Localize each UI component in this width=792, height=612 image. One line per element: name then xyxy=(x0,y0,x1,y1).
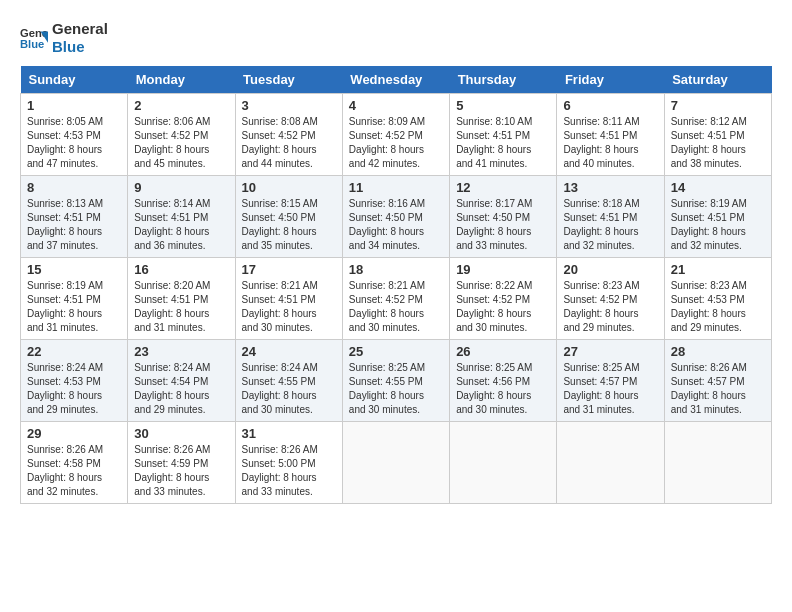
calendar-cell: 14Sunrise: 8:19 AMSunset: 4:51 PMDayligh… xyxy=(664,176,771,258)
calendar-cell: 19Sunrise: 8:22 AMSunset: 4:52 PMDayligh… xyxy=(450,258,557,340)
day-number: 28 xyxy=(671,344,765,359)
day-info: Sunrise: 8:19 AMSunset: 4:51 PMDaylight:… xyxy=(27,279,121,335)
header-wednesday: Wednesday xyxy=(342,66,449,94)
calendar-week-row: 15Sunrise: 8:19 AMSunset: 4:51 PMDayligh… xyxy=(21,258,772,340)
header-monday: Monday xyxy=(128,66,235,94)
calendar-week-row: 8Sunrise: 8:13 AMSunset: 4:51 PMDaylight… xyxy=(21,176,772,258)
day-number: 7 xyxy=(671,98,765,113)
day-info: Sunrise: 8:21 AMSunset: 4:52 PMDaylight:… xyxy=(349,279,443,335)
day-info: Sunrise: 8:20 AMSunset: 4:51 PMDaylight:… xyxy=(134,279,228,335)
header-sunday: Sunday xyxy=(21,66,128,94)
day-number: 12 xyxy=(456,180,550,195)
svg-text:Blue: Blue xyxy=(20,38,44,50)
day-number: 8 xyxy=(27,180,121,195)
day-number: 17 xyxy=(242,262,336,277)
day-number: 10 xyxy=(242,180,336,195)
day-number: 2 xyxy=(134,98,228,113)
calendar-cell: 22Sunrise: 8:24 AMSunset: 4:53 PMDayligh… xyxy=(21,340,128,422)
day-number: 1 xyxy=(27,98,121,113)
day-number: 20 xyxy=(563,262,657,277)
day-number: 5 xyxy=(456,98,550,113)
header-saturday: Saturday xyxy=(664,66,771,94)
day-number: 29 xyxy=(27,426,121,441)
calendar-cell: 6Sunrise: 8:11 AMSunset: 4:51 PMDaylight… xyxy=(557,94,664,176)
day-info: Sunrise: 8:26 AMSunset: 4:59 PMDaylight:… xyxy=(134,443,228,499)
calendar-cell: 20Sunrise: 8:23 AMSunset: 4:52 PMDayligh… xyxy=(557,258,664,340)
day-number: 3 xyxy=(242,98,336,113)
calendar-cell: 4Sunrise: 8:09 AMSunset: 4:52 PMDaylight… xyxy=(342,94,449,176)
page-header: General Blue General Blue xyxy=(20,20,772,56)
day-number: 14 xyxy=(671,180,765,195)
logo-icon: General Blue xyxy=(20,24,48,52)
calendar-week-row: 22Sunrise: 8:24 AMSunset: 4:53 PMDayligh… xyxy=(21,340,772,422)
day-info: Sunrise: 8:18 AMSunset: 4:51 PMDaylight:… xyxy=(563,197,657,253)
calendar-cell: 2Sunrise: 8:06 AMSunset: 4:52 PMDaylight… xyxy=(128,94,235,176)
day-info: Sunrise: 8:06 AMSunset: 4:52 PMDaylight:… xyxy=(134,115,228,171)
calendar-cell: 28Sunrise: 8:26 AMSunset: 4:57 PMDayligh… xyxy=(664,340,771,422)
day-info: Sunrise: 8:15 AMSunset: 4:50 PMDaylight:… xyxy=(242,197,336,253)
day-number: 27 xyxy=(563,344,657,359)
day-info: Sunrise: 8:19 AMSunset: 4:51 PMDaylight:… xyxy=(671,197,765,253)
day-info: Sunrise: 8:23 AMSunset: 4:52 PMDaylight:… xyxy=(563,279,657,335)
calendar-cell: 17Sunrise: 8:21 AMSunset: 4:51 PMDayligh… xyxy=(235,258,342,340)
day-number: 31 xyxy=(242,426,336,441)
day-info: Sunrise: 8:25 AMSunset: 4:56 PMDaylight:… xyxy=(456,361,550,417)
day-info: Sunrise: 8:21 AMSunset: 4:51 PMDaylight:… xyxy=(242,279,336,335)
logo: General Blue General Blue xyxy=(20,20,108,56)
calendar-cell xyxy=(664,422,771,504)
calendar-cell xyxy=(450,422,557,504)
calendar-cell: 3Sunrise: 8:08 AMSunset: 4:52 PMDaylight… xyxy=(235,94,342,176)
day-number: 22 xyxy=(27,344,121,359)
day-number: 16 xyxy=(134,262,228,277)
day-info: Sunrise: 8:12 AMSunset: 4:51 PMDaylight:… xyxy=(671,115,765,171)
calendar-cell xyxy=(342,422,449,504)
calendar-table: Sunday Monday Tuesday Wednesday Thursday… xyxy=(20,66,772,504)
calendar-cell: 21Sunrise: 8:23 AMSunset: 4:53 PMDayligh… xyxy=(664,258,771,340)
day-number: 6 xyxy=(563,98,657,113)
calendar-cell: 9Sunrise: 8:14 AMSunset: 4:51 PMDaylight… xyxy=(128,176,235,258)
header-tuesday: Tuesday xyxy=(235,66,342,94)
day-info: Sunrise: 8:25 AMSunset: 4:55 PMDaylight:… xyxy=(349,361,443,417)
day-info: Sunrise: 8:11 AMSunset: 4:51 PMDaylight:… xyxy=(563,115,657,171)
day-number: 11 xyxy=(349,180,443,195)
day-headers-row: Sunday Monday Tuesday Wednesday Thursday… xyxy=(21,66,772,94)
calendar-cell: 8Sunrise: 8:13 AMSunset: 4:51 PMDaylight… xyxy=(21,176,128,258)
calendar-cell: 29Sunrise: 8:26 AMSunset: 4:58 PMDayligh… xyxy=(21,422,128,504)
calendar-cell: 10Sunrise: 8:15 AMSunset: 4:50 PMDayligh… xyxy=(235,176,342,258)
day-info: Sunrise: 8:22 AMSunset: 4:52 PMDaylight:… xyxy=(456,279,550,335)
calendar-week-row: 29Sunrise: 8:26 AMSunset: 4:58 PMDayligh… xyxy=(21,422,772,504)
day-number: 24 xyxy=(242,344,336,359)
day-info: Sunrise: 8:23 AMSunset: 4:53 PMDaylight:… xyxy=(671,279,765,335)
day-number: 9 xyxy=(134,180,228,195)
calendar-cell: 25Sunrise: 8:25 AMSunset: 4:55 PMDayligh… xyxy=(342,340,449,422)
day-number: 23 xyxy=(134,344,228,359)
day-number: 18 xyxy=(349,262,443,277)
calendar-cell: 24Sunrise: 8:24 AMSunset: 4:55 PMDayligh… xyxy=(235,340,342,422)
calendar-cell: 23Sunrise: 8:24 AMSunset: 4:54 PMDayligh… xyxy=(128,340,235,422)
day-info: Sunrise: 8:13 AMSunset: 4:51 PMDaylight:… xyxy=(27,197,121,253)
day-info: Sunrise: 8:14 AMSunset: 4:51 PMDaylight:… xyxy=(134,197,228,253)
calendar-cell xyxy=(557,422,664,504)
day-info: Sunrise: 8:24 AMSunset: 4:53 PMDaylight:… xyxy=(27,361,121,417)
day-number: 15 xyxy=(27,262,121,277)
day-info: Sunrise: 8:08 AMSunset: 4:52 PMDaylight:… xyxy=(242,115,336,171)
day-number: 4 xyxy=(349,98,443,113)
calendar-cell: 26Sunrise: 8:25 AMSunset: 4:56 PMDayligh… xyxy=(450,340,557,422)
calendar-cell: 5Sunrise: 8:10 AMSunset: 4:51 PMDaylight… xyxy=(450,94,557,176)
day-number: 19 xyxy=(456,262,550,277)
day-number: 21 xyxy=(671,262,765,277)
calendar-cell: 15Sunrise: 8:19 AMSunset: 4:51 PMDayligh… xyxy=(21,258,128,340)
day-info: Sunrise: 8:16 AMSunset: 4:50 PMDaylight:… xyxy=(349,197,443,253)
day-number: 13 xyxy=(563,180,657,195)
calendar-cell: 18Sunrise: 8:21 AMSunset: 4:52 PMDayligh… xyxy=(342,258,449,340)
day-info: Sunrise: 8:26 AMSunset: 4:58 PMDaylight:… xyxy=(27,443,121,499)
day-info: Sunrise: 8:05 AMSunset: 4:53 PMDaylight:… xyxy=(27,115,121,171)
calendar-cell: 12Sunrise: 8:17 AMSunset: 4:50 PMDayligh… xyxy=(450,176,557,258)
day-info: Sunrise: 8:25 AMSunset: 4:57 PMDaylight:… xyxy=(563,361,657,417)
day-info: Sunrise: 8:17 AMSunset: 4:50 PMDaylight:… xyxy=(456,197,550,253)
day-info: Sunrise: 8:24 AMSunset: 4:54 PMDaylight:… xyxy=(134,361,228,417)
day-number: 30 xyxy=(134,426,228,441)
logo-general: General xyxy=(52,20,108,38)
day-number: 25 xyxy=(349,344,443,359)
calendar-cell: 7Sunrise: 8:12 AMSunset: 4:51 PMDaylight… xyxy=(664,94,771,176)
